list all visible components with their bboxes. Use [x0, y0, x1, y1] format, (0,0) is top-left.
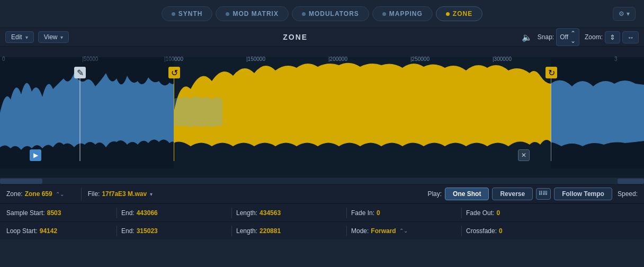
- toolbar: Edit ▾ View ▾ ZONE 🔈 Snap: Off ⌃⌄ Zoom: …: [0, 28, 644, 47]
- zoom-width-button[interactable]: ↔: [622, 31, 639, 43]
- ruler: 0 |50000 |100000 |150000 |200000 |250000…: [0, 47, 644, 57]
- edit-chevron: ▾: [25, 34, 28, 40]
- zoom-fit-button[interactable]: ⇕: [605, 31, 620, 43]
- sample-start-marker: [79, 67, 80, 161]
- file-info: File: 17f7aE3 M.wav ▾: [88, 190, 153, 198]
- midi-icon[interactable]: [536, 188, 551, 200]
- waveform-area[interactable]: ✎ ↺ ↻ ▶ ✕: [0, 57, 644, 168]
- tab-dot-modulators: [302, 12, 306, 16]
- info-sep-1: [81, 188, 82, 200]
- play-position-icon[interactable]: ▶: [30, 149, 41, 161]
- scrollbar-thumb-left[interactable]: [0, 179, 42, 184]
- loop-length-item: Length: 220881: [236, 227, 342, 235]
- zone-info: Zone: Zone 659 ⌃⌄: [6, 190, 64, 198]
- reverse-button[interactable]: Reverse: [492, 188, 533, 200]
- tab-dot-zone: [446, 12, 450, 16]
- zoom-control: Zoom: ⇕ ↔: [585, 31, 639, 43]
- svg-rect-9: [544, 191, 545, 193]
- row2-sep-4: [461, 226, 462, 236]
- loop-start-marker: [174, 67, 174, 161]
- row1-sep-2: [231, 208, 232, 218]
- mode-item: Mode: Forward ⌃⌄: [351, 227, 457, 235]
- loop-start-item: Loop Start: 94142: [6, 227, 112, 235]
- data-row-2: Loop Start: 94142 End: 315023 Length: 22…: [0, 221, 644, 239]
- loop-end-icon[interactable]: ↻: [545, 67, 557, 78]
- one-shot-button[interactable]: One Shot: [445, 188, 489, 200]
- waveform-container: 0 |50000 |100000 |150000 |200000 |250000…: [0, 47, 644, 184]
- row1-sep-4: [461, 208, 462, 218]
- svg-rect-8: [542, 191, 543, 193]
- row2-sep-2: [231, 226, 232, 236]
- view-chevron: ▾: [60, 34, 63, 40]
- fade-in-item: Fade In: 0: [351, 209, 457, 217]
- view-button[interactable]: View ▾: [38, 31, 69, 43]
- svg-rect-10: [545, 191, 547, 193]
- svg-rect-3: [541, 191, 542, 195]
- row1-sep-3: [346, 208, 347, 218]
- loop-start-icon[interactable]: ↺: [168, 67, 180, 78]
- sample-start-item: Sample Start: 8503: [6, 209, 112, 217]
- scrollbar-thumb-right[interactable]: [618, 179, 644, 184]
- settings-chevron: ▾: [627, 10, 630, 17]
- right-controls: 🔈 Snap: Off ⌃⌄ Zoom: ⇕ ↔: [522, 28, 639, 46]
- loop-end-item: End: 315023: [121, 227, 227, 235]
- top-nav: SYNTH MOD MATRIX MODULATORS MAPPING ZONE…: [0, 0, 644, 28]
- mode-chevron[interactable]: ⌃⌄: [399, 228, 408, 234]
- follow-tempo-button[interactable]: Follow Tempo: [554, 188, 612, 200]
- midi-svg: [539, 190, 548, 198]
- tab-modulators[interactable]: MODULATORS: [292, 6, 369, 21]
- nav-tabs: SYNTH MOD MATRIX MODULATORS MAPPING ZONE: [162, 6, 482, 21]
- tab-dot-synth: [172, 12, 175, 16]
- tab-zone[interactable]: ZONE: [436, 6, 482, 21]
- tab-dot-mod-matrix: [226, 12, 229, 16]
- settings-button[interactable]: ⚙ ▾: [613, 7, 636, 21]
- zone-chevron[interactable]: ⌃⌄: [56, 191, 64, 197]
- sample-end-item: End: 443066: [121, 209, 227, 217]
- svg-rect-5: [544, 191, 545, 195]
- snap-control: Snap: Off ⌃⌄: [538, 28, 579, 46]
- tab-synth[interactable]: SYNTH: [162, 6, 213, 21]
- gear-icon: ⚙: [619, 10, 624, 17]
- data-row-1: Sample Start: 8503 End: 443066 Length: 4…: [0, 203, 644, 221]
- tab-mod-matrix[interactable]: MOD MATRIX: [216, 6, 288, 21]
- loop-end-marker: [551, 67, 551, 161]
- file-chevron[interactable]: ▾: [150, 191, 153, 197]
- edit-button[interactable]: Edit ▾: [5, 31, 34, 43]
- tab-mapping[interactable]: MAPPING: [372, 6, 433, 21]
- crossfade-item: Crossfade: 0: [466, 227, 572, 235]
- speaker-button[interactable]: 🔈: [522, 32, 532, 42]
- snap-select[interactable]: Off ⌃⌄: [556, 28, 579, 46]
- waveform-scrollbar[interactable]: [0, 177, 644, 184]
- sample-start-icon[interactable]: ✎: [74, 67, 86, 78]
- tab-dot-mapping: [382, 12, 386, 16]
- svg-rect-7: [540, 191, 541, 193]
- sample-length-item: Length: 434563: [236, 209, 342, 217]
- row2-sep-1: [117, 226, 117, 236]
- row1-sep-1: [117, 208, 117, 218]
- snap-chevron: ⌃⌄: [570, 30, 576, 44]
- play-controls: Play: One Shot Reverse Follow Tempo Spee…: [427, 188, 638, 200]
- fade-out-item: Fade Out: 0: [466, 209, 572, 217]
- close-region-icon[interactable]: ✕: [518, 149, 530, 161]
- bottom-rows: Sample Start: 8503 End: 443066 Length: 4…: [0, 203, 644, 239]
- row2-sep-3: [346, 226, 347, 236]
- info-bar: Zone: Zone 659 ⌃⌄ File: 17f7aE3 M.wav ▾ …: [0, 184, 644, 203]
- zone-title: ZONE: [73, 33, 517, 41]
